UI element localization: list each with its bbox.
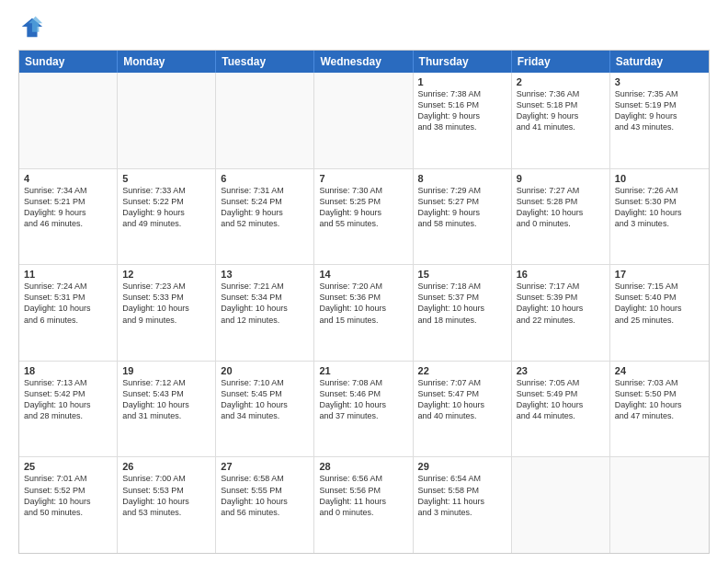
day-number: 9 xyxy=(517,173,605,184)
calendar: SundayMondayTuesdayWednesdayThursdayFrid… xyxy=(18,50,710,554)
day-cell-21: 21Sunrise: 7:08 AM Sunset: 5:46 PM Dayli… xyxy=(314,362,413,457)
day-number: 20 xyxy=(221,365,309,376)
day-number: 2 xyxy=(517,76,605,87)
day-info: Sunrise: 7:07 AM Sunset: 5:47 PM Dayligh… xyxy=(418,377,506,422)
day-number: 5 xyxy=(122,173,210,184)
day-cell-9: 9Sunrise: 7:27 AM Sunset: 5:28 PM Daylig… xyxy=(512,169,610,265)
day-number: 23 xyxy=(517,365,605,376)
day-cell-22: 22Sunrise: 7:07 AM Sunset: 5:47 PM Dayli… xyxy=(414,362,512,457)
day-cell-1: 1Sunrise: 7:38 AM Sunset: 5:16 PM Daylig… xyxy=(414,73,512,168)
day-info: Sunrise: 7:36 AM Sunset: 5:18 PM Dayligh… xyxy=(517,88,605,133)
day-number: 14 xyxy=(319,269,407,280)
day-cell-11: 11Sunrise: 7:24 AM Sunset: 5:31 PM Dayli… xyxy=(19,265,118,361)
day-info: Sunrise: 7:12 AM Sunset: 5:43 PM Dayligh… xyxy=(122,377,210,422)
day-number: 11 xyxy=(24,269,112,280)
day-info: Sunrise: 7:10 AM Sunset: 5:45 PM Dayligh… xyxy=(221,377,309,422)
day-number: 29 xyxy=(418,461,506,472)
header-day-tuesday: Tuesday xyxy=(216,51,314,73)
logo-icon xyxy=(18,15,44,40)
day-cell-13: 13Sunrise: 7:21 AM Sunset: 5:34 PM Dayli… xyxy=(216,265,314,361)
empty-cell-4-5 xyxy=(512,457,610,553)
day-cell-24: 24Sunrise: 7:03 AM Sunset: 5:50 PM Dayli… xyxy=(610,362,709,457)
day-info: Sunrise: 7:05 AM Sunset: 5:49 PM Dayligh… xyxy=(517,377,605,422)
day-info: Sunrise: 7:31 AM Sunset: 5:24 PM Dayligh… xyxy=(221,185,309,230)
page: SundayMondayTuesdayWednesdayThursdayFrid… xyxy=(0,0,728,563)
day-cell-19: 19Sunrise: 7:12 AM Sunset: 5:43 PM Dayli… xyxy=(118,362,216,457)
header-day-sunday: Sunday xyxy=(19,51,118,73)
day-number: 4 xyxy=(24,173,112,184)
day-cell-15: 15Sunrise: 7:18 AM Sunset: 5:37 PM Dayli… xyxy=(414,265,512,361)
day-cell-5: 5Sunrise: 7:33 AM Sunset: 5:22 PM Daylig… xyxy=(118,169,216,265)
day-number: 19 xyxy=(122,365,210,376)
day-cell-28: 28Sunrise: 6:56 AM Sunset: 5:56 PM Dayli… xyxy=(314,457,413,553)
day-cell-6: 6Sunrise: 7:31 AM Sunset: 5:24 PM Daylig… xyxy=(216,169,314,265)
day-cell-8: 8Sunrise: 7:29 AM Sunset: 5:27 PM Daylig… xyxy=(414,169,512,265)
day-number: 1 xyxy=(418,76,506,87)
calendar-row-2: 11Sunrise: 7:24 AM Sunset: 5:31 PM Dayli… xyxy=(19,265,709,362)
day-number: 10 xyxy=(615,173,704,184)
day-cell-26: 26Sunrise: 7:00 AM Sunset: 5:53 PM Dayli… xyxy=(118,457,216,553)
day-number: 24 xyxy=(615,365,704,376)
calendar-row-0: 1Sunrise: 7:38 AM Sunset: 5:16 PM Daylig… xyxy=(19,73,709,169)
day-info: Sunrise: 7:03 AM Sunset: 5:50 PM Dayligh… xyxy=(615,377,704,422)
day-number: 12 xyxy=(122,269,210,280)
logo xyxy=(18,15,48,40)
header-day-thursday: Thursday xyxy=(414,51,512,73)
day-info: Sunrise: 7:18 AM Sunset: 5:37 PM Dayligh… xyxy=(418,281,506,326)
day-info: Sunrise: 7:35 AM Sunset: 5:19 PM Dayligh… xyxy=(615,88,704,133)
day-number: 26 xyxy=(122,461,210,472)
day-info: Sunrise: 7:29 AM Sunset: 5:27 PM Dayligh… xyxy=(418,185,506,230)
header-day-wednesday: Wednesday xyxy=(314,51,413,73)
day-cell-3: 3Sunrise: 7:35 AM Sunset: 5:19 PM Daylig… xyxy=(610,73,709,168)
day-number: 6 xyxy=(221,173,309,184)
day-cell-4: 4Sunrise: 7:34 AM Sunset: 5:21 PM Daylig… xyxy=(19,169,118,265)
day-info: Sunrise: 7:17 AM Sunset: 5:39 PM Dayligh… xyxy=(517,281,605,326)
calendar-body: 1Sunrise: 7:38 AM Sunset: 5:16 PM Daylig… xyxy=(19,73,709,553)
header-day-monday: Monday xyxy=(118,51,216,73)
day-info: Sunrise: 7:20 AM Sunset: 5:36 PM Dayligh… xyxy=(319,281,407,326)
day-info: Sunrise: 7:34 AM Sunset: 5:21 PM Dayligh… xyxy=(24,185,112,230)
day-number: 15 xyxy=(418,269,506,280)
day-info: Sunrise: 7:23 AM Sunset: 5:33 PM Dayligh… xyxy=(122,281,210,326)
day-info: Sunrise: 7:30 AM Sunset: 5:25 PM Dayligh… xyxy=(319,185,407,230)
day-number: 13 xyxy=(221,269,309,280)
day-number: 21 xyxy=(319,365,407,376)
empty-cell-0-1 xyxy=(118,73,216,168)
day-info: Sunrise: 7:33 AM Sunset: 5:22 PM Dayligh… xyxy=(122,185,210,230)
header-day-friday: Friday xyxy=(512,51,610,73)
day-number: 25 xyxy=(24,461,112,472)
day-number: 27 xyxy=(221,461,309,472)
header xyxy=(18,15,710,40)
day-info: Sunrise: 7:00 AM Sunset: 5:53 PM Dayligh… xyxy=(122,473,210,518)
day-number: 22 xyxy=(418,365,506,376)
day-info: Sunrise: 7:24 AM Sunset: 5:31 PM Dayligh… xyxy=(24,281,112,326)
day-info: Sunrise: 6:56 AM Sunset: 5:56 PM Dayligh… xyxy=(319,473,407,518)
empty-cell-0-3 xyxy=(314,73,413,168)
day-info: Sunrise: 7:38 AM Sunset: 5:16 PM Dayligh… xyxy=(418,88,506,133)
empty-cell-0-0 xyxy=(19,73,118,168)
day-number: 3 xyxy=(615,76,704,87)
day-cell-18: 18Sunrise: 7:13 AM Sunset: 5:42 PM Dayli… xyxy=(19,362,118,457)
empty-cell-4-6 xyxy=(610,457,709,553)
day-cell-23: 23Sunrise: 7:05 AM Sunset: 5:49 PM Dayli… xyxy=(512,362,610,457)
day-cell-10: 10Sunrise: 7:26 AM Sunset: 5:30 PM Dayli… xyxy=(610,169,709,265)
day-info: Sunrise: 7:27 AM Sunset: 5:28 PM Dayligh… xyxy=(517,185,605,230)
day-cell-27: 27Sunrise: 6:58 AM Sunset: 5:55 PM Dayli… xyxy=(216,457,314,553)
day-number: 18 xyxy=(24,365,112,376)
day-number: 28 xyxy=(319,461,407,472)
day-info: Sunrise: 7:15 AM Sunset: 5:40 PM Dayligh… xyxy=(615,281,704,326)
day-number: 16 xyxy=(517,269,605,280)
day-cell-29: 29Sunrise: 6:54 AM Sunset: 5:58 PM Dayli… xyxy=(414,457,512,553)
day-cell-14: 14Sunrise: 7:20 AM Sunset: 5:36 PM Dayli… xyxy=(314,265,413,361)
day-info: Sunrise: 7:26 AM Sunset: 5:30 PM Dayligh… xyxy=(615,185,704,230)
day-info: Sunrise: 7:01 AM Sunset: 5:52 PM Dayligh… xyxy=(24,473,112,518)
day-info: Sunrise: 7:13 AM Sunset: 5:42 PM Dayligh… xyxy=(24,377,112,422)
header-day-saturday: Saturday xyxy=(610,51,709,73)
day-number: 7 xyxy=(319,173,407,184)
calendar-row-3: 18Sunrise: 7:13 AM Sunset: 5:42 PM Dayli… xyxy=(19,362,709,458)
day-cell-12: 12Sunrise: 7:23 AM Sunset: 5:33 PM Dayli… xyxy=(118,265,216,361)
empty-cell-0-2 xyxy=(216,73,314,168)
day-info: Sunrise: 6:54 AM Sunset: 5:58 PM Dayligh… xyxy=(418,473,506,518)
day-info: Sunrise: 7:21 AM Sunset: 5:34 PM Dayligh… xyxy=(221,281,309,326)
day-cell-16: 16Sunrise: 7:17 AM Sunset: 5:39 PM Dayli… xyxy=(512,265,610,361)
